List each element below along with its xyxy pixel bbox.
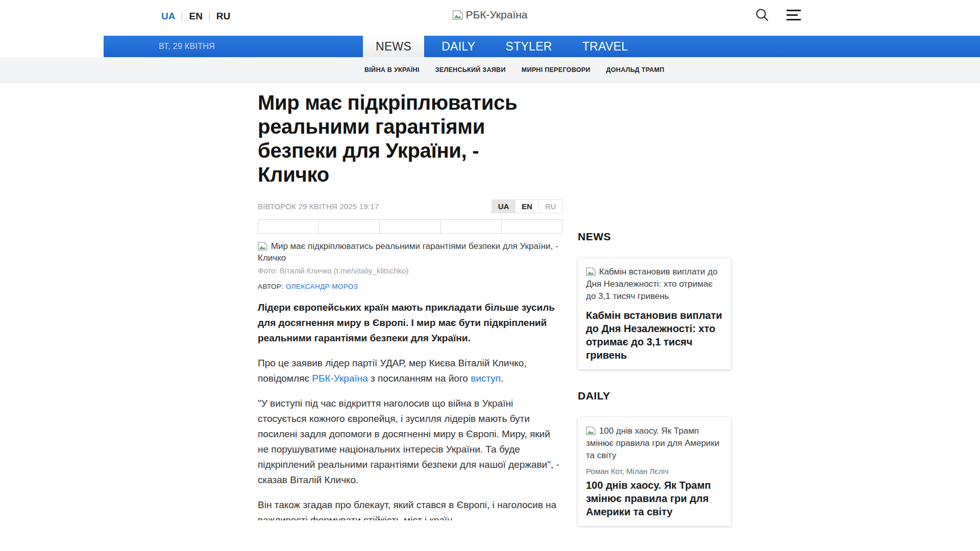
article-title: Мир має підкріплюватись реальними гарант… [258,91,562,187]
site-language-switcher: UA EN RU [161,11,230,22]
hamburger-menu-icon[interactable] [787,10,801,20]
menu-bar [787,10,801,11]
author-row: АВТОР:ОЛЕКСАНДР МОРОЗ [258,283,562,290]
share-button[interactable] [258,219,319,234]
publish-date: ВІВТОРОК 29 КВІТНЯ 2025 19:17 [258,202,379,211]
topic-peace-talks[interactable]: МИРНІ ПЕРЕГОВОРИ [522,66,591,73]
article-paragraph: Про це заявив лідер партії УДАР, мер Киє… [258,356,562,386]
sidebar-news-card[interactable]: Кабмін встановив виплати до Дня Незалежн… [578,258,731,369]
share-button[interactable] [380,219,440,234]
author-link[interactable]: ОЛЕКСАНДР МОРОЗ [286,283,358,290]
article-image-alt-text: Мир має підкріплюватись реальними гарант… [258,241,558,263]
card-title: 100 днів хаосу. Як Трамп змінює правила … [586,479,723,518]
site-logo-alt-text: РБК-Україна [465,9,527,21]
sidebar-daily-card[interactable]: 100 днів хаосу. Як Трамп змінює правила … [578,417,731,526]
broken-image-icon [452,9,464,21]
paragraph-text: з посиланням на його [368,373,471,384]
card-byline: Роман Кот, Мілан Лєліч [586,467,723,475]
tab-news[interactable]: NEWS [363,36,424,57]
divider [209,12,210,21]
article-language-tabs: UA EN RU [492,199,562,213]
article-title-line: Мир має підкріплюватись [258,91,562,115]
article-image-broken: Мир має підкріплюватись реальними гарант… [258,240,562,264]
top-nav-bar: ВТ, 29 КВІТНЯ NEWS DAILY STYLER TRAVEL [104,36,980,57]
site-logo[interactable]: РБК-Україна [452,9,527,21]
article-lang-ru[interactable]: RU [538,199,562,213]
search-icon[interactable] [754,7,770,24]
article-paragraph-clipped: Він також згадав про блекаут, який ставс… [258,497,562,520]
topic-zelensky-statements[interactable]: ЗЕЛЕНСЬКИЙ ЗАЯВИ [435,66,506,73]
share-button[interactable] [319,219,380,234]
article-lang-ua[interactable]: UA [492,199,516,213]
broken-image-icon [586,267,599,277]
share-button[interactable] [502,219,562,234]
card-image-broken: Кабмін встановив виплати до Дня Незалежн… [586,266,723,303]
card-image-alt-text: 100 днів хаосу. Як Трамп змінює правила … [586,426,720,460]
site-lang-ru[interactable]: RU [216,11,230,22]
broken-image-icon [258,241,271,251]
sidebar-daily-heading: DAILY [578,390,731,402]
photo-credit: Фото: Віталій Кличко (t.me/vitaliy_klits… [258,266,562,275]
main-tabs: NEWS DAILY STYLER TRAVEL [363,36,641,57]
site-header: UA EN RU РБК-Україна [0,0,980,36]
article-paragraph-quote: "У виступі під час відкриття наголосив щ… [258,396,562,488]
topic-menu: ВІЙНА В УКРАЇНІ ЗЕЛЕНСЬКИЙ ЗАЯВИ МИРНІ П… [0,57,980,83]
paragraph-text: . [501,373,503,384]
rbc-ukraine-link[interactable]: РБК-Україна [312,373,368,384]
share-buttons-row [258,219,562,234]
divider [182,12,182,21]
menu-bar [787,19,801,20]
tab-travel[interactable]: TRAVEL [570,36,641,57]
article-meta-row: ВІВТОРОК 29 КВІТНЯ 2025 19:17 UA EN RU [258,199,562,213]
article-title-line: безпеки для України, - [258,139,562,163]
speech-link[interactable]: виступ [471,373,501,384]
card-image-alt-text: Кабмін встановив виплати до Дня Незалежн… [586,267,718,301]
broken-image-icon [586,426,599,436]
menu-bar [787,14,798,16]
author-label: АВТОР: [258,283,283,290]
topic-donald-trump[interactable]: ДОНАЛЬД ТРАМП [606,66,665,73]
tab-styler[interactable]: STYLER [493,36,565,57]
article-lang-en[interactable]: EN [515,199,539,213]
topic-menu-items: ВІЙНА В УКРАЇНІ ЗЕЛЕНСЬКИЙ ЗАЯВИ МИРНІ П… [364,57,665,82]
site-lang-ua[interactable]: UA [161,11,175,22]
sidebar: NEWS Кабмін встановив виплати до Дня Нез… [578,231,731,526]
article-lead: Лідери європейських країн мають приклада… [258,300,562,346]
card-image-broken: 100 днів хаосу. Як Трамп змінює правила … [586,425,723,462]
sidebar-news-heading: NEWS [578,231,731,243]
share-button[interactable] [441,219,502,234]
site-lang-en[interactable]: EN [189,11,202,22]
article-title-line: реальними гарантіями [258,115,562,139]
tab-daily[interactable]: DAILY [429,36,488,57]
article: Мир має підкріплюватись реальними гарант… [258,91,562,520]
topic-war-in-ukraine[interactable]: ВІЙНА В УКРАЇНІ [364,66,420,73]
card-title: Кабмін встановив виплати до Дня Незалежн… [586,309,723,362]
article-title-line: Кличко [258,163,562,187]
current-date: ВТ, 29 КВІТНЯ [159,36,215,57]
